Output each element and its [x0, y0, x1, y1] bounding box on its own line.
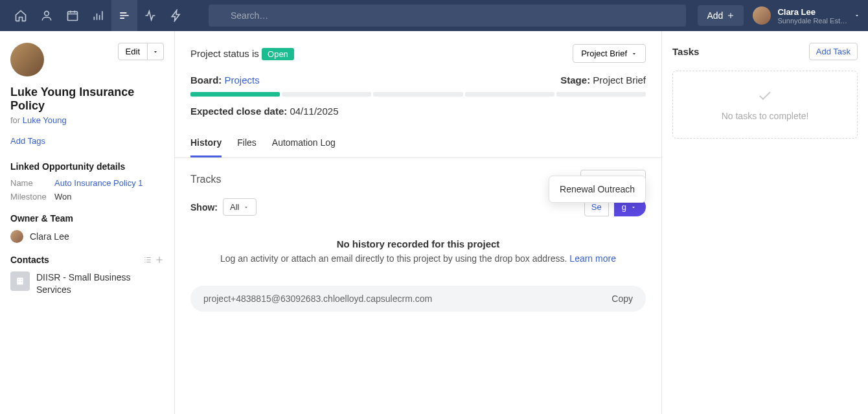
tab-history[interactable]: History [190, 130, 222, 157]
stage-value: Project Brief [593, 75, 646, 86]
chevron-down-icon [631, 51, 637, 57]
home-icon[interactable] [8, 0, 34, 31]
board-link[interactable]: Projects [225, 75, 260, 86]
bolt-icon[interactable] [163, 0, 189, 31]
progress-seg[interactable] [190, 92, 280, 97]
chart-icon[interactable] [86, 0, 111, 31]
user-org: Sunnydale Real Est… [777, 17, 847, 25]
owner-name: Clara Lee [30, 231, 69, 242]
project-title: Luke Young Insurance Policy [10, 86, 164, 113]
for-link[interactable]: Luke Young [23, 115, 67, 125]
main-panel: Project status is Open Project Brief Boa… [175, 31, 662, 414]
list-icon[interactable] [111, 0, 137, 31]
milestone-value: Won [54, 192, 72, 201]
empty-state: No history recorded for this project Log… [175, 216, 661, 277]
add-track-dropdown: Renewal Outreach [549, 176, 646, 203]
close-date: Expected close date: 04/11/2025 [190, 106, 646, 117]
progress-seg[interactable] [373, 92, 463, 97]
svg-point-0 [45, 11, 49, 16]
left-sidebar: Edit Luke Young Insurance Policy for Luk… [0, 31, 175, 414]
dropbox-email-value: project+4838815@63092683.chloelloyd.caps… [203, 293, 432, 304]
chevron-down-icon [854, 12, 860, 19]
progress-seg[interactable] [556, 92, 646, 97]
show-label: Show: [190, 202, 218, 213]
plus-icon [727, 12, 735, 19]
contacts-heading: Contacts [10, 255, 49, 265]
tabs: History Files Automation Log [175, 130, 661, 158]
calendar-icon[interactable] [60, 0, 86, 31]
user-avatar [753, 6, 771, 25]
list-view-icon[interactable] [143, 255, 152, 264]
opportunity-link[interactable]: Auto Insurance Policy 1 [54, 178, 143, 188]
owner-heading: Owner & Team [10, 213, 164, 224]
add-contact-icon[interactable] [155, 255, 164, 264]
svg-rect-3 [17, 278, 23, 285]
chevron-down-icon [243, 204, 249, 211]
name-label: Name [10, 178, 54, 188]
add-task-button[interactable]: Add Task [809, 43, 858, 60]
chevron-down-icon [630, 204, 637, 211]
empty-heading: No history recorded for this project [190, 238, 646, 249]
activity-icon[interactable] [137, 0, 163, 31]
contact-name: DIISR - Small Business Services [36, 271, 164, 296]
add-button[interactable]: Add [698, 5, 744, 26]
svg-rect-4 [18, 279, 19, 280]
tab-files[interactable]: Files [237, 130, 257, 157]
top-nav: Add Clara Lee Sunnydale Real Est… [0, 0, 868, 31]
progress-bar [190, 92, 646, 97]
progress-seg[interactable] [282, 92, 371, 97]
dropbox-email: project+4838815@63092683.chloelloyd.caps… [190, 286, 646, 312]
for-line: for Luke Young [10, 115, 164, 125]
linked-heading: Linked Opportunity details [10, 161, 164, 172]
search-input[interactable] [209, 5, 686, 27]
show-filter[interactable]: All [223, 198, 257, 216]
right-sidebar: Tasks Add Task No tasks to complete! [662, 31, 868, 414]
no-tasks-panel: No tasks to complete! [672, 71, 858, 139]
contact-row[interactable]: DIISR - Small Business Services [10, 271, 164, 296]
building-icon [10, 271, 30, 291]
status-text: Project status is Open [190, 48, 294, 59]
tracks-heading: Tracks [190, 174, 221, 185]
add-label: Add [707, 10, 723, 21]
project-avatar [10, 43, 44, 76]
add-tags[interactable]: Add Tags [10, 136, 45, 146]
progress-seg[interactable] [465, 92, 554, 97]
svg-rect-7 [21, 281, 21, 282]
no-tasks-message: No tasks to complete! [681, 111, 849, 121]
svg-rect-1 [68, 12, 78, 20]
learn-more-link[interactable]: Learn more [569, 253, 616, 264]
copy-button[interactable]: Copy [611, 293, 633, 304]
user-name: Clara Lee [777, 7, 847, 17]
owner-avatar [10, 230, 23, 243]
search-wrap [209, 5, 686, 27]
edit-button[interactable]: Edit [118, 43, 148, 60]
svg-rect-5 [21, 279, 21, 280]
person-icon[interactable] [34, 0, 60, 31]
user-menu[interactable]: Clara Lee Sunnydale Real Est… [753, 6, 860, 25]
board-label: Board: [190, 75, 222, 86]
svg-rect-6 [18, 281, 19, 282]
dropdown-item-renewal[interactable]: Renewal Outreach [560, 184, 635, 194]
stage-label: Stage: [560, 75, 590, 86]
project-brief-button[interactable]: Project Brief [573, 44, 646, 63]
tab-automation[interactable]: Automation Log [272, 130, 336, 157]
tasks-heading: Tasks [672, 46, 699, 57]
nav-icons [8, 0, 189, 31]
check-icon [757, 88, 773, 104]
milestone-label: Milestone [10, 192, 54, 201]
action-buttons: Renewal Outreach Se g [584, 198, 646, 216]
edit-dropdown[interactable] [148, 43, 164, 60]
status-badge: Open [262, 48, 294, 60]
